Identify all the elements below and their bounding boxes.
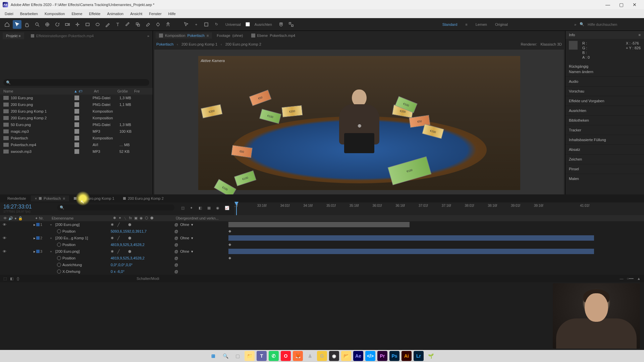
rotation-tool-icon[interactable] xyxy=(53,20,62,29)
project-item[interactable]: 100 Euro.pngPNG-Datei1,3 MB xyxy=(0,95,153,101)
right-panel-header[interactable]: Vorschau xyxy=(566,86,644,96)
timeline-search-input[interactable] xyxy=(57,204,174,210)
right-panel-header[interactable]: Absatz xyxy=(566,144,644,154)
text-tool-icon[interactable]: T xyxy=(113,20,122,29)
obs-icon[interactable]: ◉ xyxy=(329,351,339,361)
close-button[interactable]: ✕ xyxy=(628,0,641,9)
right-panel-header[interactable]: Ausrichten xyxy=(566,106,644,115)
right-panel-header[interactable]: Pinsel xyxy=(566,164,644,174)
teams-icon[interactable]: T xyxy=(257,351,267,361)
ae-icon[interactable]: Ae xyxy=(353,351,363,361)
ausrichten-checkbox[interactable] xyxy=(246,22,250,26)
menu-hilfe[interactable]: Hilfe xyxy=(165,10,179,17)
expression-pickwhip-icon[interactable]: @ xyxy=(174,256,178,260)
workspace-lernen[interactable]: Lernen xyxy=(472,22,490,26)
maximize-button[interactable]: ▢ xyxy=(614,0,628,9)
app2-icon[interactable]: G xyxy=(317,351,327,361)
workspace-standard[interactable]: Standard xyxy=(439,22,461,26)
right-panel-header[interactable]: Zeichen xyxy=(566,154,644,164)
toggle-modes-icon[interactable]: ◧ xyxy=(10,277,13,281)
camera-tool-icon[interactable] xyxy=(63,20,72,29)
bc-komp1[interactable]: 200 Euro.png Komp 1 xyxy=(181,42,217,46)
footage-tab[interactable]: Footage (ohne) xyxy=(213,33,246,39)
zoom-tool-icon[interactable] xyxy=(33,20,42,29)
panel-overflow-icon[interactable]: » xyxy=(147,34,153,38)
comp-mini-flowchart-icon[interactable]: ◫ xyxy=(181,206,187,212)
workspace-original[interactable]: Original xyxy=(492,22,511,26)
zoom-slider[interactable]: ○━━ xyxy=(627,277,634,281)
snap-grid-icon[interactable] xyxy=(287,20,296,29)
snap-cursor-icon[interactable] xyxy=(182,20,191,29)
visibility-icon[interactable]: 👁 xyxy=(3,236,7,240)
selection-tool-icon[interactable] xyxy=(13,20,21,29)
renderer-dropdown[interactable]: Klassisch 3D xyxy=(540,42,562,46)
hand-tool-icon[interactable] xyxy=(23,20,32,29)
rotate-icon[interactable]: ↻ xyxy=(212,20,221,29)
time-ruler[interactable]: ...f33:16f34:01f34:16f35:01f35:16f36:01f… xyxy=(234,202,644,215)
eraser-tool-icon[interactable] xyxy=(144,20,152,29)
current-timecode[interactable]: 16:27:33:01 xyxy=(3,204,50,210)
parent-dropdown[interactable]: Ohne xyxy=(180,223,189,227)
expression-pickwhip-icon[interactable]: @ xyxy=(174,243,178,247)
info-panel-title[interactable]: Info xyxy=(569,33,575,37)
app-icon[interactable]: ♟ xyxy=(305,351,315,361)
clone-tool-icon[interactable] xyxy=(133,20,142,29)
comp-tab-pokertisch[interactable]: Komposition Pokertisch ≡ xyxy=(156,33,212,39)
illustrator-icon[interactable]: Ai xyxy=(401,351,412,361)
project-item[interactable]: PokertischKomposition xyxy=(0,135,153,141)
composition-viewer[interactable]: Aktive Kamera ⊕ €200 €50 €100 €200 €50 €… xyxy=(154,50,564,196)
parent-dropdown[interactable]: Ohne xyxy=(180,249,189,254)
toggle-switches-icon[interactable]: ⬚ xyxy=(3,277,7,281)
motion-blur-icon[interactable]: ◉ xyxy=(216,206,222,212)
project-search-input[interactable] xyxy=(3,79,149,86)
toggle-in-out-icon[interactable]: {} xyxy=(17,277,19,281)
menu-ansicht[interactable]: Ansicht xyxy=(127,10,146,17)
start-icon[interactable]: ⊞ xyxy=(208,351,218,361)
pickwhip-icon[interactable]: @ xyxy=(174,223,178,227)
magnet-icon[interactable] xyxy=(277,20,285,29)
premiere-icon[interactable]: Pr xyxy=(377,351,387,361)
puppet-tool-icon[interactable] xyxy=(164,20,172,29)
project-item[interactable]: 200 Euro.png Komp 1Komposition xyxy=(0,108,153,115)
project-item[interactable]: 200 Euro.pngPNG-Datei1,1 MB xyxy=(0,101,153,108)
right-panel-header[interactable]: Inhaltsbasierte Füllung xyxy=(566,135,644,144)
whatsapp-icon[interactable]: ✆ xyxy=(269,351,279,361)
rect-tool-icon[interactable] xyxy=(83,20,92,29)
task-view-icon[interactable]: ▢ xyxy=(232,351,243,361)
panel-menu-icon[interactable]: ≡ xyxy=(639,33,641,37)
ellipse-tool-icon[interactable] xyxy=(93,20,102,29)
menu-komposition[interactable]: Komposition xyxy=(41,10,68,17)
zoom-in-icon[interactable]: ▲ xyxy=(637,277,641,281)
expression-pickwhip-icon[interactable]: @ xyxy=(174,229,178,233)
right-panel-header[interactable]: Bibliotheken xyxy=(566,115,644,125)
minimize-button[interactable]: — xyxy=(601,0,614,9)
draft3d-icon[interactable]: ✦ xyxy=(190,206,196,212)
stopwatch-icon[interactable] xyxy=(57,243,61,247)
right-panel-header[interactable]: Audio xyxy=(566,76,644,86)
help-search-input[interactable] xyxy=(588,22,641,26)
parent-dropdown[interactable]: Ohne xyxy=(180,236,189,240)
menu-animation[interactable]: Animation xyxy=(104,10,127,17)
search-icon[interactable]: 🔍 xyxy=(220,351,230,361)
visibility-icon[interactable]: 👁 xyxy=(3,249,7,253)
zoom-out-icon[interactable]: — xyxy=(620,277,623,281)
project-tab[interactable]: Projekt ≡ xyxy=(3,33,24,39)
orbit-tool-icon[interactable] xyxy=(43,20,52,29)
graph-editor-icon[interactable]: 📈 xyxy=(225,206,231,212)
brush-tool-icon[interactable] xyxy=(123,20,132,29)
right-panel-header[interactable]: Effekte und Vorgaben xyxy=(566,96,644,106)
tab-renderliste[interactable]: Renderliste xyxy=(3,195,30,201)
right-panel-header[interactable]: Malen xyxy=(566,174,644,183)
visibility-icon[interactable]: 👁 xyxy=(3,223,7,227)
lightroom-icon[interactable]: Lr xyxy=(414,351,424,361)
pen-tool-icon[interactable] xyxy=(103,20,112,29)
opera-icon[interactable]: O xyxy=(281,351,291,361)
bc-komp2[interactable]: 200 Euro.png Komp 2 xyxy=(225,42,261,46)
layer-tab[interactable]: Ebene Pokertisch.mp4 xyxy=(248,33,299,39)
stopwatch-icon[interactable] xyxy=(57,229,61,233)
code-icon[interactable]: </> xyxy=(365,351,375,361)
project-item[interactable]: 50 Euro.pngPNG-Datei1,3 MB xyxy=(0,121,153,128)
project-item[interactable]: magic.mp3MP3100 KB xyxy=(0,128,153,135)
menu-fenster[interactable]: Fenster xyxy=(146,10,165,17)
stopwatch-icon[interactable] xyxy=(57,256,61,260)
